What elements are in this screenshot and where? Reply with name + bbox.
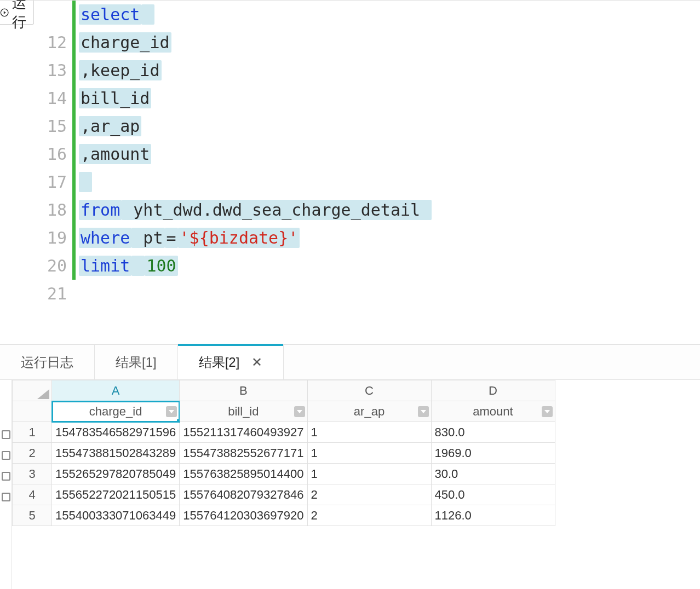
field-header[interactable]: amount <box>431 401 555 422</box>
chevron-down-icon[interactable] <box>418 406 429 417</box>
results-toolbar <box>0 380 12 589</box>
line-number: 19 <box>34 224 67 252</box>
tab-label: 结果[2] <box>199 354 240 371</box>
line-number: 17 <box>34 168 67 196</box>
line-number: 16 <box>34 140 67 168</box>
close-icon[interactable]: ✕ <box>251 355 262 370</box>
code-token: select <box>79 4 141 25</box>
line-number: 20 <box>34 252 67 280</box>
row-header[interactable]: 5 <box>13 505 52 526</box>
code-line[interactable]: bill_id <box>79 84 432 112</box>
grid-cell[interactable]: 1969.0 <box>431 443 555 464</box>
code-token: charge_id <box>79 32 171 53</box>
code-token: limit <box>79 256 131 276</box>
code-token: 100 <box>145 256 177 276</box>
field-header-label: bill_id <box>228 405 259 418</box>
line-number: 13 <box>34 56 67 84</box>
code-line[interactable]: ,ar_ap <box>79 112 432 140</box>
results-tab[interactable]: 结果[2]✕ <box>178 345 284 379</box>
grid-cell[interactable]: 2 <box>307 484 431 505</box>
column-letter-header[interactable]: D <box>431 380 555 401</box>
line-number: 12 <box>34 28 67 56</box>
grid-cell[interactable]: 155473882552677171 <box>180 443 307 464</box>
grid-cell[interactable]: 1126.0 <box>431 505 555 526</box>
column-letter-header[interactable]: A <box>52 380 180 401</box>
code-token: where <box>79 228 131 248</box>
tool-icon[interactable] <box>2 493 10 501</box>
tool-icon[interactable] <box>2 451 10 460</box>
grid-cell[interactable]: 1 <box>307 422 431 443</box>
code-token: '${bizdate}' <box>178 228 300 248</box>
grid-cell[interactable]: 155764120303697920 <box>180 505 307 526</box>
results-tab[interactable]: 运行日志 <box>0 345 95 379</box>
code-token <box>141 4 154 25</box>
field-header[interactable]: charge_id <box>52 401 180 422</box>
column-letter-header[interactable]: B <box>180 380 307 401</box>
code-line[interactable]: where pt='${bizdate}' <box>79 224 432 252</box>
line-number-gutter: 12131415161718192021 <box>34 1 72 344</box>
run-button-label: 运行 <box>12 0 33 32</box>
grid-cell[interactable]: 1 <box>307 443 431 464</box>
play-icon <box>0 7 9 19</box>
code-token <box>131 256 145 276</box>
results-tab-bar: 运行日志结果[1]结果[2]✕ <box>0 344 700 380</box>
grid-cell[interactable]: 155473881502843289 <box>52 443 180 464</box>
results-tab[interactable]: 结果[1] <box>95 345 178 379</box>
run-button[interactable]: 运行 <box>0 1 34 25</box>
code-token: ,keep_id <box>79 60 162 80</box>
code-line[interactable]: limit 100 <box>79 252 432 280</box>
code-line[interactable]: from yht_dwd.dwd_sea_charge_detail <box>79 196 432 224</box>
line-number: 14 <box>34 84 67 112</box>
results-panel: ABCDcharge_idbill_idar_apamount115478354… <box>0 380 700 589</box>
editor-left-strip: 运行 <box>0 1 34 344</box>
grid-cell[interactable]: 155652272021150515 <box>52 484 180 505</box>
code-token: ,ar_ap <box>79 116 141 136</box>
grid-corner[interactable] <box>13 380 52 401</box>
code-line[interactable]: ,amount <box>79 140 432 168</box>
code-token: bill_id <box>79 88 151 108</box>
code-line[interactable]: select <box>79 1 432 28</box>
field-header-label: charge_id <box>89 405 142 418</box>
grid-cell[interactable]: 155265297820785049 <box>52 464 180 484</box>
line-number: 18 <box>34 196 67 224</box>
code-token: yht_dwd.dwd_sea_charge_detail <box>122 200 432 220</box>
row-header[interactable]: 4 <box>13 484 52 505</box>
row-header[interactable]: 1 <box>13 422 52 443</box>
editor-body: 12131415161718192021 select charge_id,ke… <box>34 1 432 344</box>
line-number: 15 <box>34 112 67 140</box>
field-header[interactable]: bill_id <box>180 401 307 422</box>
grid-cell[interactable]: 1 <box>307 464 431 484</box>
sql-editor-area: 运行 12131415161718192021 select charge_id… <box>0 0 700 344</box>
code-line[interactable]: ,keep_id <box>79 56 432 84</box>
results-grid-wrap: ABCDcharge_idbill_idar_apamount115478354… <box>12 380 700 589</box>
tool-icon[interactable] <box>2 430 10 439</box>
tool-icon[interactable] <box>2 472 10 481</box>
code-line[interactable] <box>79 280 432 308</box>
column-letter-header[interactable]: C <box>307 380 431 401</box>
grid-cell[interactable]: 30.0 <box>431 464 555 484</box>
grid-cell[interactable]: 155763825895014400 <box>180 464 307 484</box>
chevron-down-icon[interactable] <box>166 406 177 417</box>
results-grid[interactable]: ABCDcharge_idbill_idar_apamount115478354… <box>12 380 555 526</box>
line-number: 21 <box>34 280 67 308</box>
field-header-label: amount <box>473 405 513 418</box>
line-number <box>34 1 67 28</box>
chevron-down-icon[interactable] <box>542 406 553 417</box>
grid-cell[interactable]: 155400333071063449 <box>52 505 180 526</box>
grid-cell[interactable]: 2 <box>307 505 431 526</box>
grid-cell[interactable]: 155211317460493927 <box>180 422 307 443</box>
code-token <box>79 172 92 192</box>
grid-cell[interactable]: 154783546582971596 <box>52 422 180 443</box>
grid-cell[interactable]: 155764082079327846 <box>180 484 307 505</box>
code-content[interactable]: select charge_id,keep_idbill_id,ar_ap,am… <box>76 1 432 344</box>
grid-cell[interactable]: 830.0 <box>431 422 555 443</box>
row-header[interactable]: 2 <box>13 443 52 464</box>
code-line[interactable] <box>79 168 432 196</box>
field-header[interactable]: ar_ap <box>307 401 431 422</box>
chevron-down-icon[interactable] <box>294 406 305 417</box>
code-line[interactable]: charge_id <box>79 28 432 56</box>
code-token: ,amount <box>79 144 151 164</box>
row-header[interactable]: 3 <box>13 464 52 484</box>
code-token: from <box>79 200 122 220</box>
grid-cell[interactable]: 450.0 <box>431 484 555 505</box>
